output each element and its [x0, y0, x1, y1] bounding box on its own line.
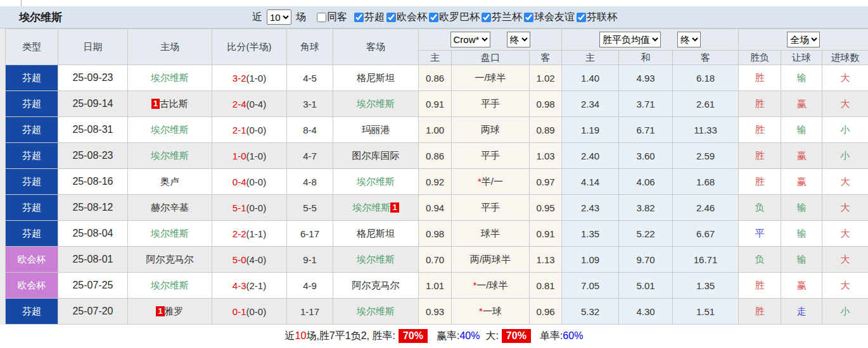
single-rate-label: 单率:	[540, 330, 563, 343]
match-date: 25-07-20	[58, 299, 128, 325]
away-team-name[interactable]: 阿尔克马尔	[352, 280, 400, 290]
summary-bar: 近10场,胜7平1负2, 胜率:70%赢率:40%大:70%单率:60%	[0, 325, 868, 347]
handicap-line: *一球	[452, 299, 530, 325]
home-team-name[interactable]: 埃尔维斯	[151, 280, 189, 290]
home-team-name[interactable]: 埃尔维斯	[151, 228, 189, 239]
halftime-score: (4-0)	[246, 254, 267, 265]
away-team-name[interactable]: 埃尔维斯	[357, 306, 395, 316]
match-date: 25-09-14	[58, 91, 128, 117]
match-date: 25-08-23	[58, 143, 128, 169]
league-label: 芬联杯	[587, 11, 617, 24]
handicap-away-odds: 1.02	[530, 65, 562, 91]
handicap-home-odds: 0.94	[419, 195, 452, 221]
goals-result-cell: 大	[822, 91, 868, 117]
league-filter-conference[interactable]: 欧会杯	[386, 11, 427, 24]
avg-home-odds: 2.34	[562, 91, 619, 117]
score-cell: 0-4(0-0)	[212, 169, 287, 195]
away-team-name[interactable]: 格尼斯坦	[357, 228, 395, 239]
home-team-name[interactable]: 赫尔辛基	[151, 202, 189, 213]
handicap-text: 平手	[481, 150, 500, 161]
avg-home-odds: 7.05	[562, 273, 619, 299]
league-filter-league-cup[interactable]: 芬联杯	[577, 11, 617, 24]
score-cell: 4-3(2-1)	[212, 273, 287, 299]
col-header-score: 比分(半场)	[212, 29, 287, 65]
league-type-cell: 芬超	[6, 169, 58, 195]
score-cell: 5-0(4-0)	[212, 247, 287, 273]
avg-time-select[interactable]: 终	[677, 32, 701, 47]
avg-draw-odds: 4.30	[619, 299, 673, 325]
divider	[21, 0, 22, 6]
handicap-line: 平手	[452, 143, 530, 169]
league-checkbox[interactable]	[386, 13, 396, 22]
league-filter-club-friendly[interactable]: 球会友谊	[524, 11, 575, 24]
away-team-name[interactable]: 玛丽港	[362, 124, 390, 135]
handicap-line: 两/两球半	[452, 247, 530, 273]
away-team-name[interactable]: 格尼斯坦	[357, 72, 395, 83]
away-team-name[interactable]: 图尔库国际	[352, 150, 400, 161]
scope-select[interactable]: 全场	[787, 32, 820, 47]
home-team-name[interactable]: 埃尔维斯	[151, 124, 189, 135]
away-team-cell: 图尔库国际	[333, 143, 419, 169]
sub-goals: 进球数	[822, 51, 868, 65]
table-row: 芬超 25-08-04 埃尔维斯 2-2(1-1) 6-17 格尼斯坦 0.98…	[6, 221, 868, 247]
away-team-name[interactable]: 埃尔维斯	[352, 202, 390, 213]
home-team-cell: 埃尔维斯	[128, 273, 212, 299]
league-checkbox[interactable]	[482, 13, 491, 22]
matches-table-wrapper: 类型 日期 主场 比分(半场) 角球 客场 Crow* 终 胜平负均值 终 全场	[0, 28, 868, 325]
away-team-name[interactable]: 埃尔维斯	[357, 98, 395, 109]
handicap-text: 半/一	[482, 176, 503, 187]
corners-cell: 6-17	[287, 221, 333, 247]
same-venue-checkbox[interactable]	[317, 13, 326, 22]
home-team-name[interactable]: 埃尔维斯	[151, 72, 189, 83]
corners-cell: 5-5	[287, 195, 333, 221]
recent-count-select[interactable]: 10	[267, 9, 291, 25]
result-cell: 胜	[739, 91, 781, 117]
league-checkbox[interactable]	[577, 13, 586, 22]
home-team-name[interactable]: 埃尔维斯	[151, 150, 189, 161]
avg-draw-odds: 5.22	[619, 221, 673, 247]
avg-odds-select[interactable]: 胜平负均值	[599, 32, 661, 47]
home-team-cell: 1古比斯	[128, 91, 212, 117]
avg-away-odds: 2.61	[673, 91, 739, 117]
league-filter-finnish-cup[interactable]: 芬兰杯	[482, 11, 522, 24]
handicap-text: 两/两球半	[470, 254, 511, 264]
handicap-away-odds: 1.13	[530, 247, 562, 273]
handicap-line: 一/球半	[452, 65, 530, 91]
odds-company-select[interactable]: Crow*	[450, 32, 490, 47]
matches-label: 场	[296, 11, 306, 24]
result-cell: 胜	[739, 117, 781, 143]
handicap-text: 平手	[481, 202, 500, 213]
league-filter-finnish-premier[interactable]: 芬超	[354, 11, 385, 24]
league-type-cell: 芬超	[6, 195, 58, 221]
away-team-name[interactable]: 埃尔维斯	[357, 176, 395, 187]
league-filter-europa[interactable]: 欧罗巴杯	[429, 11, 480, 24]
away-team-cell: 埃尔维斯	[333, 91, 419, 117]
home-team-name[interactable]: 古比斯	[160, 98, 188, 109]
avg-away-odds: 16.71	[673, 247, 739, 273]
league-checkbox[interactable]	[429, 13, 438, 22]
home-team-name[interactable]: 雅罗	[165, 306, 184, 316]
odds-time-select[interactable]: 终	[507, 32, 530, 47]
corners-cell: 9-1	[287, 247, 333, 273]
handicap-home-odds: 0.70	[419, 247, 452, 273]
col-header-home: 主场	[128, 29, 212, 65]
halftime-score: (0-4)	[246, 99, 267, 109]
fulltime-score: 4-3	[233, 280, 246, 291]
home-team-name[interactable]: 奥卢	[160, 176, 179, 187]
league-checkbox[interactable]	[524, 13, 533, 22]
away-team-cell: 埃尔维斯	[333, 299, 419, 325]
league-label: 芬兰杯	[492, 11, 522, 24]
league-checkbox[interactable]	[354, 13, 364, 22]
avg-away-odds: 6.67	[673, 221, 739, 247]
goals-result-cell: 大	[822, 65, 868, 91]
home-team-name[interactable]: 阿尔克马尔	[146, 254, 194, 264]
summary-count: 10	[295, 330, 307, 342]
away-team-cell: 阿尔克马尔	[333, 273, 419, 299]
handicap-text: 平手	[481, 98, 500, 109]
handicap-away-odds: 0.96	[530, 299, 562, 325]
handicap-home-odds: 1.00	[419, 117, 452, 143]
same-venue-filter[interactable]: 同客	[317, 11, 347, 24]
away-team-name[interactable]: 埃尔维斯	[357, 254, 395, 264]
corners-cell: 4-8	[287, 169, 333, 195]
summary-prefix: 近	[285, 330, 295, 343]
